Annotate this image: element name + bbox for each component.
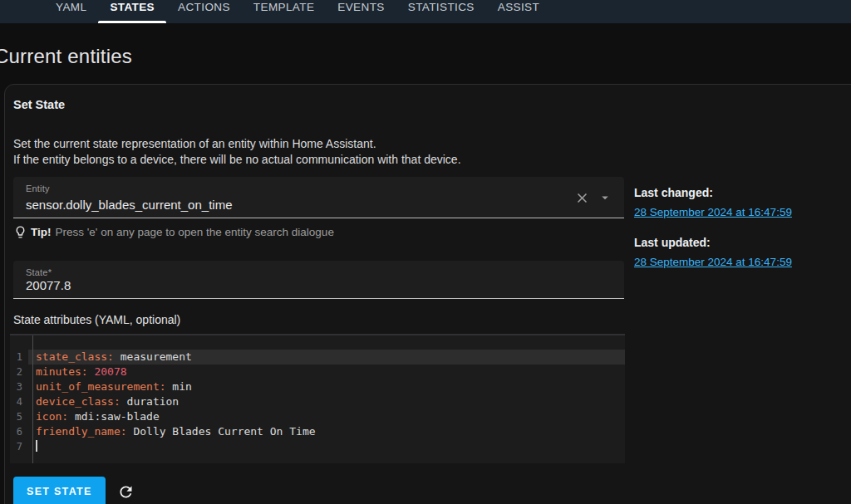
entity-tip: Tip! Press 'e' on any page to open the e… <box>13 225 624 239</box>
entity-field-value: sensor.dolly_blades_current_on_time <box>26 198 233 212</box>
set-state-button[interactable]: SET STATE <box>13 477 106 504</box>
set-state-form: Set State Set the current state represen… <box>9 98 624 504</box>
last-updated-link[interactable]: 28 September 2024 at 16:47:59 <box>634 256 792 268</box>
entity-field[interactable]: Entity sensor.dolly_blades_current_on_ti… <box>13 177 624 218</box>
tab-events[interactable]: EVENTS <box>326 0 396 23</box>
state-field-label: State* <box>26 267 52 277</box>
entity-field-icons <box>573 188 614 207</box>
line-number: 1 <box>10 350 28 365</box>
tip-text: Press 'e' on any page to open the entity… <box>56 226 334 238</box>
refresh-icon[interactable] <box>117 483 135 501</box>
yaml-editor[interactable]: 1state_class: measurement2minutes: 20078… <box>10 334 625 463</box>
description-line-1: Set the current state representation of … <box>13 137 376 150</box>
last-changed-label: Last changed: <box>634 186 792 199</box>
line-number: 2 <box>10 365 28 379</box>
line-number: 7 <box>10 439 28 454</box>
tab-states[interactable]: STATES <box>98 0 166 23</box>
last-updated-label: Last updated: <box>634 236 792 249</box>
card-description: Set the current state representation of … <box>13 136 624 167</box>
entity-field-label: Entity <box>26 183 50 193</box>
form-actions: SET STATE <box>13 477 624 504</box>
line-code: state_class: measurement <box>28 350 625 365</box>
page-title: Current entities <box>0 45 851 68</box>
card-title: Set State <box>13 98 624 111</box>
state-field-value: 20077.8 <box>26 278 71 292</box>
line-number: 4 <box>10 394 28 409</box>
set-state-card: Set State Set the current state represen… <box>4 84 851 504</box>
state-field[interactable]: State* 20077.8 <box>13 261 624 299</box>
editor-line-1: 1state_class: measurement <box>10 350 625 365</box>
developer-tools-tab-bar: YAMLSTATESACTIONSTEMPLATEEVENTSSTATISTIC… <box>0 0 851 23</box>
line-code: icon: mdi:saw-blade <box>28 409 625 424</box>
line-number: 5 <box>10 409 28 424</box>
editor-gutter-divider <box>32 335 33 463</box>
tab-statistics[interactable]: STATISTICS <box>396 0 486 23</box>
description-line-2: If the entity belongs to a device, there… <box>13 153 461 166</box>
text-cursor <box>36 440 37 452</box>
tab-list: YAMLSTATESACTIONSTEMPLATEEVENTSSTATISTIC… <box>44 0 551 23</box>
editor-line-4: 4device_class: duration <box>10 394 625 409</box>
editor-line-2: 2minutes: 20078 <box>10 365 625 379</box>
entity-meta-panel: Last changed: 28 September 2024 at 16:47… <box>634 186 792 268</box>
line-code: unit_of_measurement: min <box>28 379 625 394</box>
line-number: 3 <box>10 379 28 394</box>
line-number: 6 <box>10 424 28 439</box>
last-updated-block: Last updated: 28 September 2024 at 16:47… <box>634 236 792 268</box>
last-changed-link[interactable]: 28 September 2024 at 16:47:59 <box>634 206 792 218</box>
line-code: device_class: duration <box>28 394 625 409</box>
editor-line-5: 5icon: mdi:saw-blade <box>10 409 625 424</box>
tip-label: Tip! <box>31 226 52 238</box>
editor-line-3: 3unit_of_measurement: min <box>10 379 625 394</box>
lightbulb-icon <box>13 225 27 239</box>
line-code: minutes: 20078 <box>28 365 625 379</box>
last-changed-block: Last changed: 28 September 2024 at 16:47… <box>634 186 792 218</box>
tab-actions[interactable]: ACTIONS <box>166 0 242 23</box>
editor-line-7: 7 <box>10 439 625 454</box>
chevron-down-icon[interactable] <box>596 188 614 207</box>
tab-yaml[interactable]: YAML <box>44 0 98 23</box>
state-attributes-label: State attributes (YAML, optional) <box>13 313 624 326</box>
tab-template[interactable]: TEMPLATE <box>242 0 326 23</box>
editor-line-6: 6friendly_name: Dolly Blades Current On … <box>10 424 625 439</box>
tab-assist[interactable]: ASSIST <box>486 0 551 23</box>
line-code <box>28 439 625 454</box>
line-code: friendly_name: Dolly Blades Current On T… <box>28 424 625 439</box>
close-icon[interactable] <box>573 188 591 207</box>
